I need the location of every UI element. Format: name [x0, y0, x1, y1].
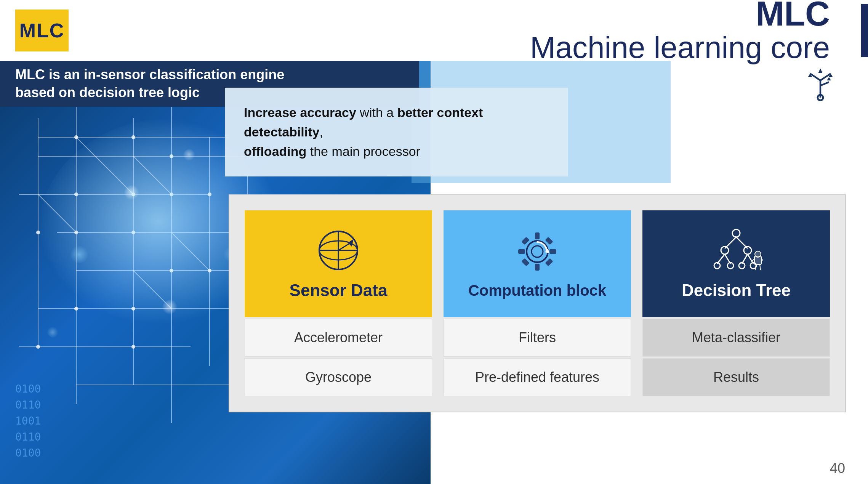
svg-line-86 — [760, 264, 761, 270]
computation-column: Computation block Filters Pre-defined fe… — [444, 210, 631, 396]
decision-row2: Results — [642, 358, 830, 396]
usb-icon-container — [803, 67, 838, 103]
svg-rect-65 — [521, 258, 529, 266]
decision-column: Decision Tree Meta-classifier Results — [642, 210, 830, 396]
title-mlc: MLC — [69, 0, 830, 31]
computation-top-box: Computation block — [444, 210, 631, 317]
info-box-text: Increase accuracy with a better context … — [244, 103, 549, 161]
main-card: Sensor Data Accelerometer Gyroscope — [229, 194, 846, 412]
computation-row1: Filters — [444, 319, 631, 357]
decision-tree-icon — [709, 228, 763, 273]
computation-icon — [514, 229, 560, 274]
computation-label: Computation block — [468, 282, 606, 299]
sensor-label: Sensor Data — [290, 281, 388, 300]
svg-rect-63 — [521, 237, 529, 245]
svg-line-56 — [338, 242, 352, 250]
sensor-icon — [315, 228, 361, 273]
svg-point-82 — [755, 251, 761, 257]
decision-label: Decision Tree — [682, 281, 791, 300]
header: MLC MLC Machine learning core — [0, 0, 868, 61]
svg-point-46 — [46, 316, 69, 339]
sensor-top-box: Sensor Data — [245, 210, 432, 317]
svg-rect-60 — [535, 264, 540, 271]
mlc-logo: MLC — [15, 10, 69, 51]
decision-top-box: Decision Tree — [642, 210, 830, 317]
svg-point-57 — [527, 241, 548, 262]
svg-line-85 — [755, 264, 756, 270]
svg-point-68 — [732, 229, 740, 237]
svg-rect-59 — [535, 232, 540, 239]
svg-rect-62 — [549, 249, 556, 254]
info-box: Increase accuracy with a better context … — [225, 88, 568, 176]
svg-rect-64 — [545, 237, 553, 245]
binary-text: 0100 0110 1001 0110 0100 — [15, 381, 41, 461]
usb-icon — [803, 67, 838, 101]
page-number: 40 — [830, 460, 845, 476]
header-title: MLC Machine learning core — [69, 0, 853, 64]
header-right-bar — [861, 4, 868, 57]
svg-marker-7 — [827, 77, 831, 80]
svg-point-28 — [74, 135, 78, 139]
svg-rect-66 — [545, 258, 553, 266]
sensor-row1: Accelerometer — [245, 319, 432, 357]
svg-point-43 — [131, 345, 135, 349]
title-sub: Machine learning core — [69, 31, 830, 64]
card-columns: Sensor Data Accelerometer Gyroscope — [245, 210, 830, 396]
svg-rect-61 — [518, 249, 525, 254]
decision-row1: Meta-classifier — [642, 319, 830, 357]
sensor-row2: Gyroscope — [245, 358, 432, 396]
computation-row2: Pre-defined features — [444, 358, 631, 396]
svg-line-3 — [820, 82, 829, 86]
svg-point-42 — [36, 345, 40, 349]
sensor-column: Sensor Data Accelerometer Gyroscope — [245, 210, 432, 396]
svg-marker-6 — [818, 69, 823, 73]
